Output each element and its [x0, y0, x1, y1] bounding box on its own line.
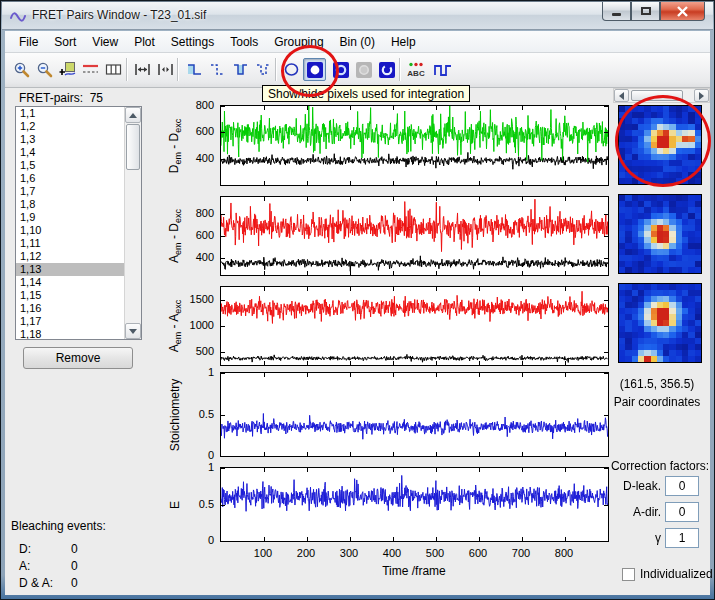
toolbar: ABC [5, 53, 710, 88]
layout-panels-button[interactable] [102, 58, 125, 81]
scroll-down-icon[interactable] [125, 323, 141, 339]
title-bar[interactable]: FRET Pairs Window - T23_01.sif [2, 2, 713, 30]
menu-item-view[interactable]: View [84, 33, 126, 51]
individualized-checkbox[interactable] [622, 568, 635, 581]
close-button[interactable] [660, 2, 705, 21]
bleaching-row-d: D: 0 [19, 542, 139, 556]
a-dir-field[interactable] [665, 502, 699, 522]
d-leak-field[interactable] [665, 476, 699, 496]
line-style-button[interactable] [79, 58, 102, 81]
list-item-1-15[interactable]: 1,15 [16, 289, 124, 302]
list-item-1-18[interactable]: 1,18 [16, 328, 124, 339]
scroll-right-icon[interactable] [694, 89, 709, 102]
y-tick-label: 0 [182, 534, 214, 546]
y-tick-label: 400 [182, 152, 214, 164]
menu-item-tools[interactable]: Tools [222, 33, 266, 51]
x-tick-label: 700 [503, 547, 539, 559]
list-item-1-12[interactable]: 1,12 [16, 250, 124, 263]
app-waveform-icon [10, 9, 26, 25]
bleach-d-label: D: [19, 542, 31, 556]
remove-button[interactable]: Remove [23, 347, 133, 369]
fit-width-icon [134, 61, 151, 78]
a-dir-label: A-dir. [633, 505, 661, 519]
list-item-1-1[interactable]: 1,1 [16, 107, 124, 120]
menu-item-sort[interactable]: Sort [46, 33, 84, 51]
pixel-select-button[interactable] [56, 58, 79, 81]
menu-item-bin-0[interactable]: Bin (0) [332, 33, 383, 51]
pair-coordinates-value: (161.5, 356.5) [606, 377, 708, 391]
list-scrollbar[interactable] [124, 107, 141, 339]
pair-coordinates-label: Pair coordinates [606, 395, 708, 409]
step-pulse-filled-button[interactable] [229, 58, 252, 81]
correction-factors-title: Correction factors: [603, 459, 709, 473]
step-pulse-filled-icon [232, 61, 249, 78]
scroll-left-icon[interactable] [614, 89, 629, 102]
y-tick-label: 600 [182, 229, 214, 241]
gamma-field[interactable] [665, 528, 699, 548]
individualized-option: Individualized [622, 567, 713, 581]
close-icon [677, 6, 688, 17]
step-down-filled-icon [186, 61, 203, 78]
pixel-select-icon [59, 61, 76, 78]
list-item-1-4[interactable]: 1,4 [16, 146, 124, 159]
a-dir-row: A-dir. [603, 502, 709, 522]
bleaching-events-title: Bleaching events: [11, 519, 106, 533]
y-tick-label: 0.5 [182, 498, 214, 510]
minimize-button[interactable] [602, 2, 631, 21]
list-item-1-3[interactable]: 1,3 [16, 133, 124, 146]
heatmap-fret-emission [618, 194, 702, 274]
menu-item-settings[interactable]: Settings [163, 33, 222, 51]
fret-pairs-listbox[interactable]: 1,11,21,31,41,51,61,71,81,91,101,111,121… [15, 106, 142, 340]
scroll-thumb[interactable] [126, 124, 140, 170]
x-tick-label: 200 [288, 547, 324, 559]
step-down-filled-button[interactable] [183, 58, 206, 81]
broken-ring-button[interactable] [375, 58, 398, 81]
square-wave-button[interactable] [431, 58, 454, 81]
scroll-up-icon[interactable] [125, 107, 141, 123]
fret-pairs-count: 75 [90, 91, 103, 105]
step-pulse-dashed-button[interactable] [252, 58, 275, 81]
menu-item-file[interactable]: File [11, 33, 46, 51]
list-item-1-6[interactable]: 1,6 [16, 172, 124, 185]
maximize-button[interactable] [631, 2, 660, 21]
list-item-1-10[interactable]: 1,10 [16, 224, 124, 237]
list-item-1-14[interactable]: 1,14 [16, 276, 124, 289]
menu-item-plot[interactable]: Plot [126, 33, 163, 51]
d-leak-label: D-leak. [623, 479, 661, 493]
fit-width-button[interactable] [131, 58, 154, 81]
list-item-1-5[interactable]: 1,5 [16, 159, 124, 172]
gamma-label: γ [655, 531, 661, 545]
list-item-1-7[interactable]: 1,7 [16, 185, 124, 198]
x-tick-label: 100 [245, 547, 281, 559]
x-tick-label: 800 [546, 547, 582, 559]
step-down-dashed-icon [209, 61, 226, 78]
list-item-1-16[interactable]: 1,16 [16, 302, 124, 315]
line-style-icon [82, 61, 99, 78]
list-item-1-17[interactable]: 1,17 [16, 315, 124, 328]
bleach-a-label: A: [19, 559, 30, 573]
bleach-da-value: 0 [71, 576, 78, 590]
y-tick-label: 800 [182, 99, 214, 111]
list-item-1-11[interactable]: 1,11 [16, 237, 124, 250]
abc-labels-button[interactable]: ABC [404, 58, 427, 81]
disabled-circle-button[interactable] [352, 58, 375, 81]
list-item-1-13[interactable]: 1,13 [16, 263, 124, 276]
window-title: FRET Pairs Window - T23_01.sif [32, 8, 206, 22]
list-item-1-9[interactable]: 1,9 [16, 211, 124, 224]
step-down-dashed-button[interactable] [206, 58, 229, 81]
plot-aem-dexc [220, 196, 609, 276]
list-item-1-2[interactable]: 1,2 [16, 120, 124, 133]
zoom-in-button[interactable] [10, 58, 33, 81]
y-tick-label: 800 [182, 207, 214, 219]
y-tick-label: 1 [182, 461, 214, 473]
square-wave-icon [434, 61, 452, 79]
y-tick-label: 0 [182, 449, 214, 461]
menu-item-help[interactable]: Help [383, 33, 424, 51]
zoom-out-button[interactable] [33, 58, 56, 81]
fret-pairs-caption: FRET-pairs: [19, 91, 83, 105]
list-item-1-8[interactable]: 1,8 [16, 198, 124, 211]
fit-width-alt-button[interactable] [154, 58, 177, 81]
red-circle-annotation-toolbar [281, 45, 339, 97]
bleaching-row-a: A: 0 [19, 559, 139, 573]
y-tick-label: 0.5 [182, 408, 214, 420]
